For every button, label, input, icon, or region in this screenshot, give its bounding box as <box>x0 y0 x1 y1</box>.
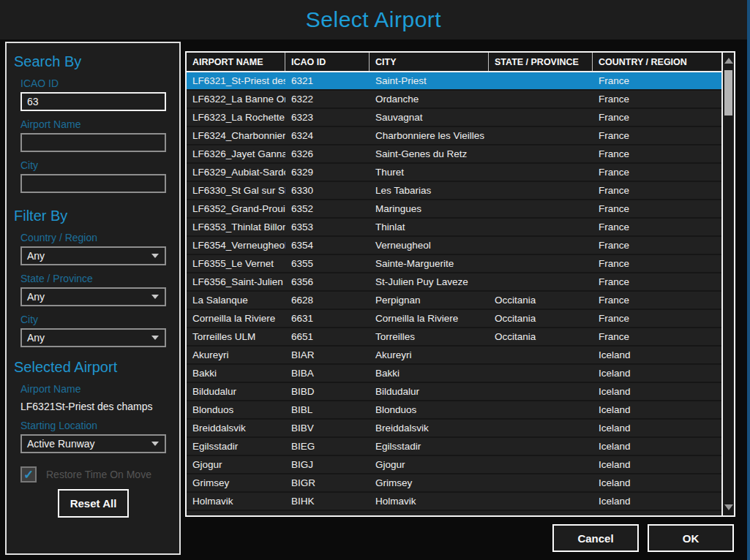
table-cell: Torreilles <box>370 331 489 342</box>
table-row[interactable]: LF6330_St Gal sur Sioule6330Les Tabarias… <box>187 182 721 199</box>
table-cell: Blonduos <box>370 404 489 415</box>
table-row[interactable]: Hofn HornafjordurBIHNHofnIceland <box>187 511 721 515</box>
table-cell: Iceland <box>593 441 721 452</box>
table-cell: BIEG <box>285 441 370 452</box>
airport-table: AIRPORT NAMEICAO IDCITYSTATE / PROVINCEC… <box>185 51 735 517</box>
column-header[interactable]: AIRPORT NAME <box>187 53 285 71</box>
table-row[interactable]: LF6353_Thinlat Billom6353ThinlatFrance <box>187 219 721 235</box>
restore-time-checkbox[interactable]: ✓ <box>20 466 37 483</box>
table-row[interactable]: AkureyriBIARAkureyriIceland <box>187 347 721 363</box>
table-cell: BIBD <box>285 386 370 397</box>
reset-all-button[interactable]: Reset All <box>58 489 129 518</box>
chevron-down-icon <box>151 254 159 258</box>
selected-airport-heading: Selected Airport <box>14 359 179 376</box>
table-cell: France <box>593 203 721 214</box>
table-cell: Breiddalsvik <box>370 423 489 434</box>
table-cell: Corneilla la Riviere <box>370 313 489 324</box>
icao-id-input[interactable] <box>20 92 166 111</box>
city-filter-dropdown[interactable]: Any <box>20 328 166 347</box>
restore-time-label: Restore Time On Move <box>46 469 151 480</box>
country-region-dropdown[interactable]: Any <box>20 246 166 265</box>
table-row[interactable]: LF6322_La Banne Ordanche6322OrdancheFran… <box>187 91 721 107</box>
table-cell: Occitania <box>489 331 593 342</box>
table-row[interactable]: GjogurBIGJGjogurIceland <box>187 456 721 473</box>
cancel-button[interactable]: Cancel <box>552 524 639 552</box>
state-province-value: Any <box>27 291 45 303</box>
chevron-down-icon <box>151 295 159 299</box>
table-row[interactable]: Corneilla la Riviere6631Corneilla la Riv… <box>187 310 721 327</box>
table-row[interactable]: BakkiBIBABakkiIceland <box>187 365 721 382</box>
table-cell: Iceland <box>593 477 721 488</box>
scroll-down-button[interactable] <box>723 501 734 514</box>
column-header[interactable]: COUNTRY / REGION <box>593 53 721 71</box>
table-cell: Hofn Hornafjordur <box>187 514 285 515</box>
table-cell: 6354 <box>285 240 370 251</box>
filter-by-heading: Filter By <box>14 208 179 224</box>
table-cell: France <box>593 240 721 251</box>
country-region-label: Country / Region <box>20 232 179 243</box>
table-row[interactable]: LF6352_Grand-Prouilhat6352MaringuesFranc… <box>187 200 721 217</box>
scroll-down-icon <box>724 504 733 510</box>
table-row[interactable]: La Salanque6628PerpignanOccitaniaFrance <box>187 292 721 309</box>
table-cell: Corneilla la Riviere <box>187 313 285 324</box>
table-cell: Akureyri <box>370 349 489 360</box>
table-cell: BIBA <box>285 368 370 379</box>
table-row[interactable]: Torreilles ULM6651TorreillesOccitaniaFra… <box>187 328 721 345</box>
table-row[interactable]: LF6354_Verneugheol6354VerneugheolFrance <box>187 237 721 254</box>
table-row[interactable]: LF6355_Le Vernet6355Sainte-MargueriteFra… <box>187 255 721 272</box>
scrollbar-thumb[interactable] <box>724 70 732 116</box>
starting-location-dropdown[interactable]: Active Runway <box>20 434 166 453</box>
table-row[interactable]: BlonduosBIBLBlonduosIceland <box>187 401 721 418</box>
table-cell: France <box>593 276 721 287</box>
table-cell: France <box>593 75 721 86</box>
scroll-up-button[interactable] <box>723 54 734 67</box>
search-filter-panel: Search By ICAO ID Airport Name City Filt… <box>5 42 181 555</box>
table-row[interactable]: EgilsstadirBIEGEgilsstadirIceland <box>187 438 721 455</box>
table-cell: Iceland <box>593 368 721 379</box>
state-province-dropdown[interactable]: Any <box>20 287 166 306</box>
table-cell: 6322 <box>285 94 370 105</box>
table-cell: Iceland <box>593 349 721 360</box>
table-cell: Bildudalur <box>370 386 489 397</box>
search-by-heading: Search By <box>14 53 179 70</box>
column-header[interactable]: STATE / PROVINCE <box>489 53 593 71</box>
table-row[interactable]: LF6356_Saint-Julien Sancy6356St-Julien P… <box>187 273 721 290</box>
table-cell: Les Tabarias <box>370 185 489 196</box>
table-cell: 6324 <box>285 130 370 141</box>
column-header[interactable]: CITY <box>370 53 489 71</box>
table-cell: Bildudalur <box>187 386 285 397</box>
table-cell: Akureyri <box>187 349 285 360</box>
table-row[interactable]: HolmavikBIHKHolmavikIceland <box>187 493 721 510</box>
table-cell: Grimsey <box>370 477 489 488</box>
checkmark-icon: ✓ <box>23 467 34 483</box>
table-row[interactable]: LF6329_Aubiat-Sardon6329ThuretFrance <box>187 164 721 181</box>
table-row[interactable]: LF6324_Charbonnieres6324Charbonniere les… <box>187 127 721 144</box>
table-cell: BIGR <box>285 477 370 488</box>
table-row[interactable]: BreiddalsvikBIBVBreiddalsvikIceland <box>187 420 721 436</box>
table-cell: LF6329_Aubiat-Sardon <box>187 167 285 178</box>
column-header[interactable]: ICAO ID <box>285 53 370 71</box>
select-airport-dialog: Select Airport Search By ICAO ID Airport… <box>0 0 750 560</box>
city-search-input[interactable] <box>20 174 166 193</box>
airport-name-label: Airport Name <box>20 118 179 130</box>
state-province-label: State / Province <box>20 273 179 284</box>
table-row[interactable]: LF6326_Jayet Gannat6326Saint-Genes du Re… <box>187 145 721 162</box>
table-cell: LF6322_La Banne Ordanche <box>187 94 285 105</box>
table-cell: 6330 <box>285 185 370 196</box>
table-row[interactable]: LF6321_St-Priest des champs6321Saint-Pri… <box>187 72 721 89</box>
city-search-label: City <box>20 159 179 171</box>
table-cell: Gjogur <box>187 459 285 470</box>
airport-name-input[interactable] <box>20 133 166 152</box>
table-cell: LF6354_Verneugheol <box>187 240 285 251</box>
table-cell: Thinlat <box>370 222 489 232</box>
table-row[interactable]: GrimseyBIGRGrimseyIceland <box>187 474 721 491</box>
table-row[interactable]: BildudalurBIBDBildudalurIceland <box>187 383 721 400</box>
table-cell: Perpignan <box>370 295 489 306</box>
table-cell: LF6321_St-Priest des champs <box>187 75 285 86</box>
table-scrollbar[interactable] <box>721 53 734 515</box>
selected-airport-name-label: Airport Name <box>20 383 179 395</box>
ok-button[interactable]: OK <box>648 524 734 552</box>
table-cell: France <box>593 331 721 342</box>
table-row[interactable]: LF6323_La Rochette6323SauvagnatFrance <box>187 109 721 126</box>
table-cell: Iceland <box>593 496 721 507</box>
